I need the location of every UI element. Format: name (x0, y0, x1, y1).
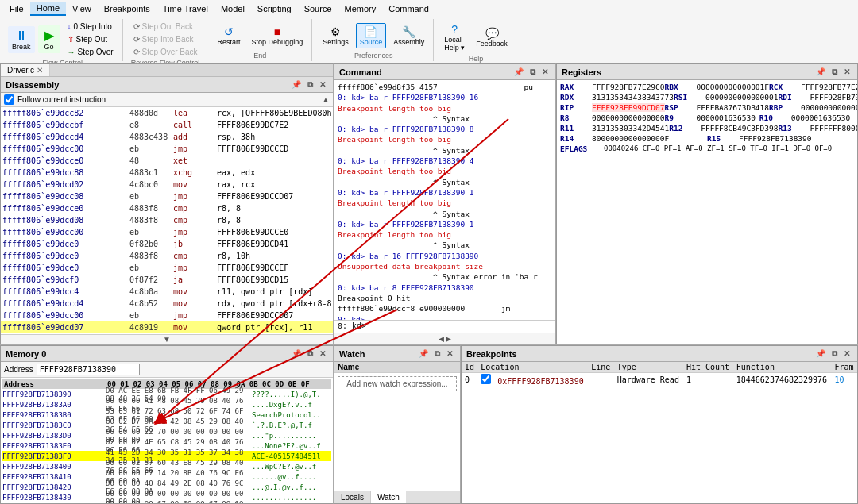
cmd-line: 0: kd> ba r 16 FFFF928FB7138390 (336, 251, 554, 261)
menu-timetravel[interactable]: Time Travel (157, 2, 214, 15)
follow-checkbox[interactable] (4, 94, 14, 105)
watch-float[interactable]: ⧉ (432, 349, 443, 359)
reg-float[interactable]: ⧉ (829, 67, 840, 77)
table-row[interactable]: fffff806`e99dcc82488d0dlearcx, [OFFFF806… (1, 107, 333, 119)
reg-close[interactable]: ✕ (841, 67, 852, 77)
source-button[interactable]: 📄 Source (356, 23, 387, 48)
add-watch-button[interactable]: Add new watch expression... (338, 376, 457, 391)
command-input[interactable] (338, 322, 552, 331)
settings-button[interactable]: ⚙ Settings (319, 23, 353, 48)
bp-pin[interactable]: 📌 (814, 349, 828, 359)
reg-r15-value[interactable]: FFFF928FB7138390 (739, 134, 854, 143)
breakpoints-panel: Breakpoints 📌 ⧉ ✕ Id Location Line (461, 345, 858, 504)
table-row[interactable]: fffff806`e99dcc884883c1xchgeax, edx (1, 167, 333, 179)
step-into-button[interactable]: ↓ 0 Step Into (64, 21, 118, 33)
reg-r14-value[interactable]: 8000000000000000F (592, 134, 707, 143)
table-row[interactable]: fffff806`e99dcc08ebjmpFFFF806E99DCCD07 (1, 190, 333, 202)
table-row[interactable]: fffff806`e99dcc44c8b0amovr11, qword ptr … (1, 286, 333, 298)
menu-memory[interactable]: Memory (338, 2, 383, 15)
reg-pin[interactable]: 📌 (814, 67, 828, 77)
assembly-button[interactable]: 🔧 Assembly (389, 23, 428, 48)
disasm-float[interactable]: ⧉ (305, 80, 315, 90)
reg-rax-value[interactable]: FFFF928FB77E29C0 (592, 83, 665, 91)
memory-address-input[interactable] (37, 364, 140, 375)
reg-r11-value[interactable]: 313135303342D4541 (592, 124, 669, 133)
bp-float[interactable]: ⧉ (829, 349, 840, 359)
table-row[interactable]: fffff806`e99dcc00ebjmpFFFF806E99DCCE0 (1, 226, 333, 238)
menu-command[interactable]: Command (382, 2, 435, 15)
reg-r8-value[interactable]: 0000000000000000 (592, 113, 665, 122)
step-into-back-button[interactable]: ⟳ Step Into Back (129, 33, 202, 45)
cmd-close[interactable]: ✕ (539, 67, 551, 77)
table-row[interactable]: fffff806`e99dcf00f87f2jaFFFF806E99DCD15 (1, 274, 333, 286)
table-row[interactable]: fffff806`e99dcce048xet (1, 155, 333, 167)
menu-file[interactable]: File (3, 2, 30, 15)
watch-pin[interactable]: 📌 (416, 349, 431, 359)
step-out-back-button[interactable]: ⟳ Step Out Back (129, 21, 202, 33)
mem-pin[interactable]: 📌 (289, 349, 303, 359)
watch-close[interactable]: ✕ (444, 349, 455, 359)
table-row[interactable]: fffff806`e99dcd074c8919movqword ptr [rcx… (1, 321, 333, 333)
cmd-line: Breakpoint length too big (336, 229, 554, 240)
reg-rcx-value[interactable]: FFFF928FB77E29C0 (801, 83, 857, 91)
table-row[interactable]: fffff806`e99dcc00ebjmpFFFF806E99DCCCD (1, 143, 333, 155)
table-row[interactable]: 0 0xFFFF928FB7138390 Hardware Read 1 184… (462, 373, 857, 387)
cmd-pin[interactable]: 📌 (512, 67, 526, 77)
reg-rbx-value[interactable]: 000000000000001F (697, 83, 770, 91)
menu-breakpoints[interactable]: Breakpoints (98, 2, 157, 15)
bp-col-frame: Fram (832, 362, 858, 373)
reg-r10-value[interactable]: 0000001636530 (791, 113, 854, 122)
reg-rbp-value[interactable]: 0000000000000010 (801, 103, 857, 112)
table-row[interactable]: fffff806`e99dccbfe8callFFFF806E99DC7E2 (1, 119, 333, 131)
menu-scripting[interactable]: Scripting (251, 2, 298, 15)
table-row[interactable]: fffff806`e99dcc00ebjmpFFFF806E99DCCD07 (1, 310, 333, 321)
disasm-scroll-down[interactable]: ▼ (1, 334, 333, 344)
reg-rdi-value[interactable]: FFFF928FB73DB558 (810, 93, 857, 102)
reg-r12-value[interactable]: FFFFF8CB49C3FD398 (701, 124, 778, 133)
table-row[interactable]: fffff806`e99dce04883f8cmpr8, 10h (1, 250, 333, 262)
reg-eflags-value[interactable]: 00040246 CF=0 PF=1 AF=0 ZF=1 SF=0 TF=0 I… (604, 144, 854, 153)
watch-tab-locals[interactable]: Locals (334, 491, 371, 503)
reg-rsp-value[interactable]: FFFFBA87673DB418 (697, 103, 770, 112)
go-button[interactable]: ▶ Go (38, 25, 60, 53)
table-row[interactable]: fffff806`e99dcd084883f8cmpr8, 8 (1, 214, 333, 226)
cmd-float[interactable]: ⧉ (528, 67, 538, 77)
bp-enabled-checkbox[interactable] (481, 374, 491, 384)
menu-view[interactable]: View (66, 2, 98, 15)
table-row[interactable]: fffff806`e99dccd44c8b52movrdx, qword ptr… (1, 298, 333, 310)
step-over-button[interactable]: → Step Over (64, 46, 118, 58)
watch-tab-watch[interactable]: Watch (371, 491, 406, 503)
mem-close[interactable]: ✕ (317, 349, 328, 359)
bp-close[interactable]: ✕ (841, 349, 852, 359)
step-out-button[interactable]: ⇧ Step Out (64, 33, 118, 45)
break-button[interactable]: ⏸ Break (8, 26, 35, 53)
memory-content[interactable]: Address 00 01 02 03 04 05 06 07 08 09 0A… (1, 378, 333, 503)
disasm-close[interactable]: ✕ (317, 80, 328, 90)
reg-rsi-value[interactable]: 0000000000000001 (705, 93, 779, 102)
cmd-scroll-row[interactable]: ◀ ▶ (334, 333, 555, 344)
menu-home[interactable]: Home (30, 2, 66, 16)
table-row[interactable]: fffff806`e99dce0ebjmpFFFF806E99DCCEF (1, 262, 333, 274)
restart-button[interactable]: ↺ Restart (214, 23, 245, 48)
menu-source[interactable]: Source (298, 2, 338, 15)
table-row[interactable]: fffff806`e99dcd024c8bc0movrax, rcx (1, 179, 333, 190)
feedback-button[interactable]: 💬 Feedback (472, 25, 512, 50)
table-row[interactable]: fffff806`e99dce00f82b0jbFFFF806E99DCD41 (1, 238, 333, 250)
reg-rip-value[interactable]: FFFF928EE99DCD07 (592, 103, 665, 112)
reg-r13-value[interactable]: FFFFFFF80001908 (810, 124, 857, 133)
table-row[interactable]: fffff806`e99dccd44883c438addrsp, 38h (1, 131, 333, 143)
disasm-scroll-up[interactable]: ▲ (322, 95, 330, 104)
local-help-button[interactable]: ? LocalHelp ▾ (440, 21, 469, 54)
stop-debugging-button[interactable]: ■ Stop Debugging (248, 23, 307, 48)
step-over-back-button[interactable]: ⟳ Step Over Back (129, 46, 202, 58)
reg-r9-value[interactable]: 0000001636530 (697, 113, 759, 122)
reg-rdx-value[interactable]: 313135343438343773 (592, 93, 674, 102)
disasm-pin[interactable]: 📌 (289, 80, 303, 90)
menu-model[interactable]: Model (214, 2, 251, 15)
disasm-content[interactable]: fffff806`e99dcc82488d0dlearcx, [OFFFF806… (1, 107, 333, 334)
disasm-tab-driver[interactable]: Driver.c ✕ (1, 64, 50, 76)
reg-row-rdx: RDX 313135343438343773 RSI 0000000000000… (558, 92, 856, 102)
table-row[interactable]: fffff806`e99dcce04883f8cmpr8, 8 (1, 202, 333, 214)
list-item[interactable]: FFFF928FB713844003 00 00 00 67 00 60 00 … (2, 502, 331, 503)
mem-float[interactable]: ⧉ (305, 349, 315, 359)
